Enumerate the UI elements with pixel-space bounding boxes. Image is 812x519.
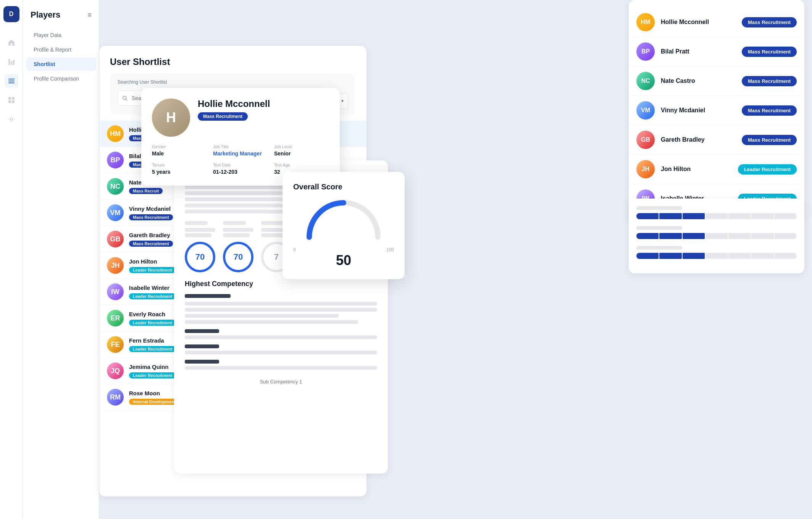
gauge-max: 100 [386,247,394,252]
sidebar-item-shortlist[interactable]: Shortlist [26,57,96,71]
avatar: JH [107,257,124,274]
gender-value: Male [152,150,207,157]
tenure-label: Tenure [152,163,207,167]
avatar: VM [636,101,655,120]
sidebar-icon-home[interactable] [5,36,18,50]
sub-comp-label-2 [636,226,682,230]
avatar: GB [107,231,124,247]
sidebar: D Players ≡ Player Data [0,0,99,519]
right-panel-item[interactable]: GB Gareth Bradley Mass Recruitment [629,125,804,155]
right-panel-item[interactable]: VM Vinny Mcdaniel Mass Recruitment [629,96,804,125]
sub-comp-label-1 [636,206,682,210]
job-level-label: Job Level [274,144,329,149]
profile-card-avatar: H [152,99,190,137]
sub-comp-item [636,246,797,259]
avatar: VM [107,204,124,221]
right-panel-item[interactable]: BP Bilal Pratt Mass Recruitment [629,37,804,66]
gauge-chart [305,199,382,241]
test-date-label: Test Date [213,163,268,167]
avatar: BP [636,42,655,61]
right-player-name: Bilal Pratt [661,48,742,55]
svg-point-4 [10,118,13,120]
player-tag: Leader Recruitment [129,320,176,326]
sidebar-item-player-data[interactable]: Player Data [26,28,96,42]
menu-icon[interactable]: ≡ [87,11,92,19]
page-title: User Shortlist [110,57,356,67]
avatar: BP [107,152,124,168]
player-tag: Leader Recruitment [129,372,176,378]
player-tag: Leader Recruitment [129,346,176,352]
job-title-value: Marketing Manager [213,150,268,157]
right-panel: HM Hollie Mcconnell Mass Recruitment BP … [629,0,804,221]
profile-card: H Hollie Mcconnell Mass Recruitment Gend… [141,88,340,186]
right-player-tag: Leader Recruitment [738,164,797,175]
overall-score-title: Overall Score [293,183,394,191]
right-player-name: Nate Castro [661,78,742,84]
tenure-value: 5 years [152,169,207,175]
avatar: HM [636,13,655,31]
svg-point-5 [123,96,126,100]
svg-rect-2 [8,100,11,103]
right-player-tag: Mass Recruitment [742,47,797,57]
avatar: HM [107,125,124,142]
gauge-labels: 0 100 [293,247,394,252]
sub-competency-panel [629,199,804,273]
svg-rect-1 [12,97,15,100]
player-tag: Mass Recruit [129,188,163,194]
search-section-label: Searching User Shortlist [118,79,348,85]
score-circle-2: 70 [223,242,253,272]
right-player-name: Gareth Bradley [661,136,742,143]
avatar: IW [107,283,124,300]
avatar: NC [636,72,655,90]
sidebar-icon-grid[interactable] [5,93,18,107]
right-player-name: Jon Hilton [661,166,738,173]
player-tag: Mass Recruitment [129,214,173,220]
sidebar-title: Players ≡ [23,6,99,27]
avatar: GB [636,131,655,149]
sidebar-icon-settings[interactable] [5,112,18,126]
player-tag: Internal Development [129,399,179,405]
sub-comp-item [636,226,797,239]
sidebar-icon-chart[interactable] [5,55,18,69]
svg-rect-3 [12,100,15,103]
overall-score-widget: Overall Score 0 100 50 [283,172,405,279]
svg-line-6 [126,99,128,101]
right-player-name: Hollie Mcconnell [661,19,742,26]
svg-rect-0 [8,97,11,100]
sidebar-item-profile-report[interactable]: Profile & Report [26,43,96,57]
avatar: RM [107,389,124,406]
avatar: ER [107,310,124,327]
sidebar-logo: D [3,6,19,22]
right-player-tag: Mass Recruitment [742,76,797,86]
sidebar-item-profile-comparison[interactable]: Profile Comparison [26,72,96,86]
gauge-min: 0 [293,247,296,252]
right-panel-item[interactable]: NC Nate Castro Mass Recruitment [629,66,804,96]
job-level-value: Senior [274,150,329,157]
player-tag: Mass Recruitment [129,241,173,247]
right-panel-item[interactable]: HM Hollie Mcconnell Mass Recruitment [629,8,804,37]
profile-card-tag: Mass Recruitment [198,112,248,121]
avatar: NC [107,178,124,195]
sub-comp-label-3 [636,246,682,250]
profile-card-name: Hollie Mcconnell [198,99,270,109]
right-player-tag: Mass Recruitment [742,135,797,145]
avatar: JQ [107,362,124,379]
test-date-value: 01-12-203 [213,169,268,175]
player-tag: Leader Recruitment [129,267,176,273]
overall-score-value: 50 [293,252,394,268]
avatar: FE [107,336,124,353]
profile-fields: Gender Male Job Title Marketing Manager … [152,144,329,175]
right-player-tag: Mass Recruitment [742,17,797,27]
sub-comp-item [636,206,797,219]
right-player-tag: Mass Recruitment [742,105,797,116]
highest-competency-title: Highest Competency [185,280,377,288]
test-age-label: Test Age [274,163,329,167]
job-title-label: Job Title [213,144,268,149]
sidebar-icon-list[interactable] [5,74,18,88]
score-circle-1: 70 [185,242,215,272]
player-tag: Leader Recruitment [129,293,176,299]
gender-label: Gender [152,144,207,149]
right-panel-item[interactable]: JH Jon Hilton Leader Recruitment [629,155,804,184]
right-player-name: Vinny Mcdaniel [661,107,742,114]
avatar: JH [636,160,655,178]
